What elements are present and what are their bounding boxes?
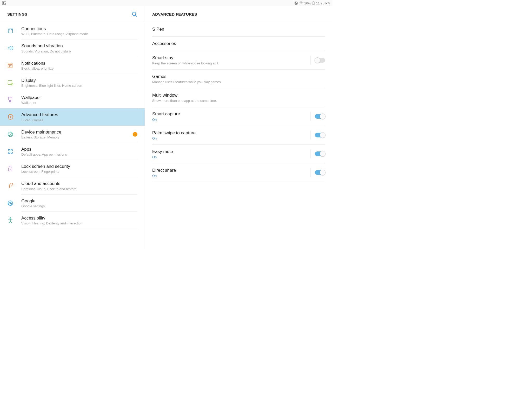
- settings-item-title: Google: [21, 198, 135, 204]
- settings-item-title: Cloud and accounts: [21, 181, 135, 186]
- notifications-icon: [7, 62, 21, 69]
- cloud-accounts-icon: [7, 182, 21, 189]
- settings-item-sounds-and-vibration[interactable]: Sounds and vibrationSounds, Vibration, D…: [0, 39, 145, 57]
- detail-item-subtitle: On: [152, 174, 310, 178]
- detail-item-direct-share[interactable]: Direct shareOn: [152, 163, 325, 182]
- settings-item-display[interactable]: DisplayBrightness, Blue light filter, Ho…: [0, 74, 145, 91]
- connections-icon: [7, 28, 21, 34]
- detail-item-accessories[interactable]: Accessories: [152, 37, 325, 51]
- accessibility-icon: [7, 217, 21, 224]
- settings-item-google[interactable]: GoogleGoogle settings: [0, 195, 145, 212]
- detail-item-subtitle: On: [152, 155, 310, 159]
- svg-point-21: [10, 217, 11, 219]
- settings-item-subtitle: Battery, Storage, Memory: [21, 135, 130, 139]
- settings-item-title: Device maintenance: [21, 129, 130, 135]
- settings-sidebar: SETTINGS ConnectionsWi-Fi, Bluetooth, Da…: [0, 6, 145, 249]
- display-icon: [7, 80, 21, 85]
- search-button[interactable]: [132, 11, 137, 17]
- apps-icon: [7, 149, 21, 154]
- notification-badge: 1: [133, 132, 137, 137]
- advanced-features-icon: [7, 114, 21, 120]
- search-icon: [132, 11, 137, 17]
- settings-item-notifications[interactable]: NotificationsBlock, allow, prioritize: [0, 57, 145, 74]
- svg-point-15: [11, 149, 13, 151]
- settings-list: ConnectionsWi-Fi, Bluetooth, Data usage,…: [0, 22, 145, 249]
- detail-item-subtitle: On: [152, 136, 310, 140]
- screenshot-indicator-icon: [2, 1, 6, 5]
- toggle-switch[interactable]: [315, 114, 325, 119]
- settings-item-subtitle: Wallpaper: [21, 101, 135, 105]
- toggle-switch[interactable]: [315, 151, 325, 156]
- google-icon: [7, 200, 21, 206]
- settings-item-wallpaper[interactable]: WallpaperWallpaper: [0, 91, 145, 108]
- detail-item-subtitle: On: [152, 118, 310, 122]
- detail-item-title: Games: [152, 74, 325, 79]
- settings-item-subtitle: Sounds, Vibration, Do not disturb: [21, 49, 135, 53]
- settings-item-subtitle: Lock screen, Fingerprints: [21, 170, 135, 174]
- svg-point-17: [11, 152, 13, 154]
- settings-item-title: Accessibility: [21, 215, 135, 221]
- settings-item-title: Display: [21, 78, 135, 83]
- detail-pane: ADVANCED FEATURES S PenAccessoriesSmart …: [145, 6, 332, 249]
- wallpaper-icon: [7, 96, 21, 103]
- detail-item-games[interactable]: GamesManage useful features while you pl…: [152, 70, 325, 88]
- settings-item-cloud-and-accounts[interactable]: Cloud and accountsSamsung Cloud, Backup …: [0, 177, 145, 194]
- detail-list: S PenAccessoriesSmart stayKeep the scree…: [145, 22, 332, 249]
- settings-item-subtitle: S Pen, Games: [21, 118, 135, 122]
- settings-item-title: Connections: [21, 26, 135, 31]
- toggle-switch[interactable]: [315, 170, 325, 175]
- battery-percent: 16%: [304, 1, 311, 5]
- settings-item-title: Notifications: [21, 61, 135, 66]
- battery-icon: [312, 1, 315, 5]
- settings-header: SETTINGS: [0, 6, 145, 22]
- detail-item-easy-mute[interactable]: Easy muteOn: [152, 145, 325, 163]
- settings-item-title: Lock screen and security: [21, 164, 135, 169]
- settings-title: SETTINGS: [7, 12, 27, 16]
- detail-item-palm-swipe-to-capture[interactable]: Palm swipe to captureOn: [152, 126, 325, 145]
- detail-item-title: Easy mute: [152, 149, 310, 155]
- detail-item-smart-capture[interactable]: Smart captureOn: [152, 107, 325, 126]
- svg-point-13: [10, 134, 11, 135]
- svg-rect-9: [8, 81, 12, 84]
- settings-item-title: Sounds and vibration: [21, 43, 135, 49]
- detail-item-title: S Pen: [152, 26, 325, 32]
- sounds-icon: [7, 45, 21, 51]
- toggle-switch[interactable]: [315, 133, 325, 137]
- svg-point-19: [10, 169, 11, 170]
- settings-item-subtitle: Wi-Fi, Bluetooth, Data usage, Airplane m…: [21, 32, 135, 36]
- settings-item-title: Apps: [21, 147, 135, 152]
- detail-item-title: Direct share: [152, 168, 310, 173]
- settings-item-subtitle: Default apps, App permissions: [21, 152, 135, 156]
- svg-point-16: [8, 152, 10, 154]
- settings-item-subtitle: Vision, Hearing, Dexterity and interacti…: [21, 221, 135, 225]
- device-maintenance-icon: [7, 131, 21, 137]
- detail-item-title: Multi window: [152, 92, 325, 98]
- toggle-switch[interactable]: [315, 58, 325, 63]
- detail-item-multi-window[interactable]: Multi windowShow more than one app at th…: [152, 88, 325, 107]
- detail-item-title: Smart stay: [152, 55, 310, 61]
- settings-item-apps[interactable]: AppsDefault apps, App permissions: [0, 143, 145, 160]
- settings-item-lock-screen-and-security[interactable]: Lock screen and securityLock screen, Fin…: [0, 160, 145, 177]
- detail-header: ADVANCED FEATURES: [145, 6, 332, 22]
- settings-item-subtitle: Google settings: [21, 204, 135, 208]
- status-bar: 16% 11:25 PM: [0, 0, 332, 6]
- settings-item-subtitle: Brightness, Blue light filter, Home scre…: [21, 84, 135, 88]
- settings-item-subtitle: Block, allow, prioritize: [21, 66, 135, 70]
- settings-item-accessibility[interactable]: AccessibilityVision, Hearing, Dexterity …: [0, 212, 145, 229]
- settings-item-subtitle: Samsung Cloud, Backup and restore: [21, 187, 135, 191]
- settings-item-advanced-features[interactable]: Advanced featuresS Pen, Games: [0, 108, 145, 125]
- vibrate-off-icon: [294, 1, 298, 5]
- svg-point-14: [8, 149, 10, 151]
- detail-title: ADVANCED FEATURES: [152, 12, 197, 16]
- detail-item-s-pen[interactable]: S Pen: [152, 22, 325, 37]
- settings-item-device-maintenance[interactable]: Device maintenanceBattery, Storage, Memo…: [0, 126, 145, 143]
- clock: 11:25 PM: [316, 1, 330, 5]
- detail-item-smart-stay[interactable]: Smart stayKeep the screen on while you'r…: [152, 51, 325, 70]
- detail-item-title: Accessories: [152, 41, 325, 46]
- detail-item-title: Smart capture: [152, 111, 310, 117]
- svg-point-1: [3, 2, 4, 3]
- lock-security-icon: [7, 165, 21, 172]
- detail-item-subtitle: Keep the screen on while you're looking …: [152, 61, 310, 65]
- settings-item-connections[interactable]: ConnectionsWi-Fi, Bluetooth, Data usage,…: [0, 22, 145, 39]
- wifi-icon: [299, 2, 303, 5]
